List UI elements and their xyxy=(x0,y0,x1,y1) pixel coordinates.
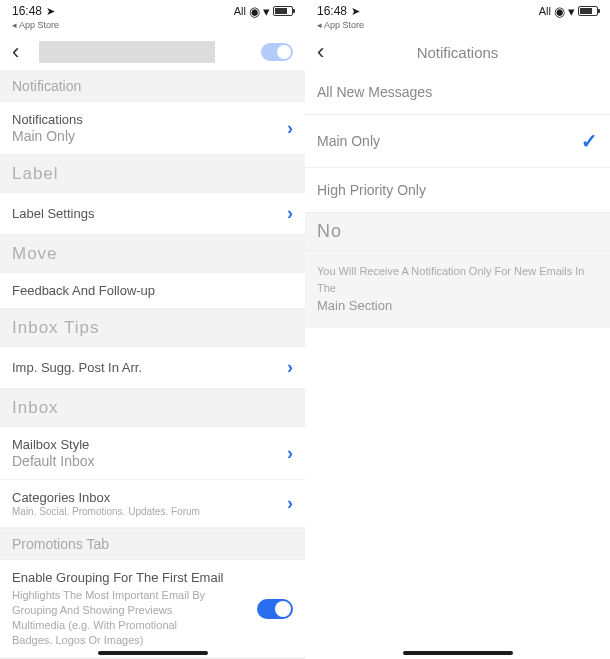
signal-icon: ▾ xyxy=(568,4,575,19)
chevron-right-icon: › xyxy=(287,443,293,464)
home-indicator[interactable] xyxy=(98,651,208,655)
location-icon: ➤ xyxy=(351,5,360,18)
status-bar: 16:48 ➤ All ◉ ▾ xyxy=(305,0,610,20)
label-section-header: Label xyxy=(0,155,305,193)
mailbox-style-row[interactable]: Mailbox Style Default Inbox › xyxy=(0,427,305,480)
wifi-icon: ◉ xyxy=(249,4,260,19)
header: ‹ Notifications xyxy=(305,34,610,70)
imp-sugg-row[interactable]: Imp. Sugg. Post In Arr. › xyxy=(0,347,305,389)
chevron-right-icon: › xyxy=(287,493,293,514)
row-title: Notifications xyxy=(12,112,287,127)
header-toggle[interactable] xyxy=(261,43,293,61)
option-main-only[interactable]: Main Only ✓ xyxy=(305,115,610,168)
back-to-app[interactable]: ◂ App Store xyxy=(305,20,610,34)
row-sub: Default Inbox xyxy=(12,453,287,469)
back-button[interactable]: ‹ xyxy=(317,39,324,65)
redacted-title xyxy=(39,41,215,63)
status-bar: 16:48 ➤ All ◉ ▾ xyxy=(0,0,305,20)
back-to-app[interactable]: ◂ App Store xyxy=(0,20,305,34)
move-section-header: Move xyxy=(0,235,305,273)
categories-inbox-row[interactable]: Categories Inbox Main. Social. Promotion… xyxy=(0,480,305,528)
carrier-label: All xyxy=(234,5,246,17)
settings-screen: 16:48 ➤ All ◉ ▾ ◂ App Store ‹ Notificati… xyxy=(0,0,305,659)
header: ‹ xyxy=(0,34,305,70)
notification-section-header: Notification xyxy=(0,70,305,102)
helper-text: You Will Receive A Notification Only For… xyxy=(305,251,610,328)
home-indicator[interactable] xyxy=(403,651,513,655)
row-sub: Main Only xyxy=(12,128,287,144)
battery-icon xyxy=(273,6,293,16)
battery-icon xyxy=(578,6,598,16)
row-title: Categories Inbox xyxy=(12,490,287,505)
settings-content: Notification Notifications Main Only › L… xyxy=(0,70,305,659)
signal-icon: ▾ xyxy=(263,4,270,19)
status-time: 16:48 xyxy=(317,4,347,18)
notifications-content: All New Messages Main Only ✓ High Priori… xyxy=(305,70,610,659)
grouping-toggle[interactable] xyxy=(257,599,293,619)
back-button[interactable]: ‹ xyxy=(12,39,19,65)
wifi-icon: ◉ xyxy=(554,4,565,19)
carrier-label: All xyxy=(539,5,551,17)
chevron-right-icon: › xyxy=(287,357,293,378)
row-title: Feedback And Follow-up xyxy=(12,283,293,298)
option-all-new[interactable]: All New Messages xyxy=(305,70,610,115)
chevron-right-icon: › xyxy=(287,203,293,224)
option-label: Main Only xyxy=(317,133,380,149)
feedback-row[interactable]: Feedback And Follow-up xyxy=(0,273,305,309)
row-title: Enable Grouping For The First Email xyxy=(12,570,257,585)
row-title: Imp. Sugg. Post In Arr. xyxy=(12,360,287,375)
option-high-priority[interactable]: High Priority Only xyxy=(305,168,610,213)
chevron-right-icon: › xyxy=(287,118,293,139)
status-time: 16:48 xyxy=(12,4,42,18)
location-icon: ➤ xyxy=(46,5,55,18)
inbox-section-header: Inbox xyxy=(0,389,305,427)
row-desc: Highlights The Most Important Email By G… xyxy=(12,588,257,647)
notifications-row[interactable]: Notifications Main Only › xyxy=(0,102,305,155)
back-chevron-icon: ◂ xyxy=(317,20,322,30)
label-settings-row[interactable]: Label Settings › xyxy=(0,193,305,235)
back-chevron-icon: ◂ xyxy=(12,20,17,30)
option-none[interactable]: No xyxy=(305,213,610,251)
page-title: Notifications xyxy=(417,44,499,61)
check-icon: ✓ xyxy=(581,129,598,153)
row-sub: Main. Social. Promotions. Updates. Forum xyxy=(12,506,287,517)
row-title: Mailbox Style xyxy=(12,437,287,452)
row-title: Label Settings xyxy=(12,206,287,221)
inbox-tips-section-header: Inbox Tips xyxy=(0,309,305,347)
notifications-screen: 16:48 ➤ All ◉ ▾ ◂ App Store ‹ Notificati… xyxy=(305,0,610,659)
promotions-section-header: Promotions Tab xyxy=(0,528,305,560)
grouping-row[interactable]: Enable Grouping For The First Email High… xyxy=(0,560,305,658)
